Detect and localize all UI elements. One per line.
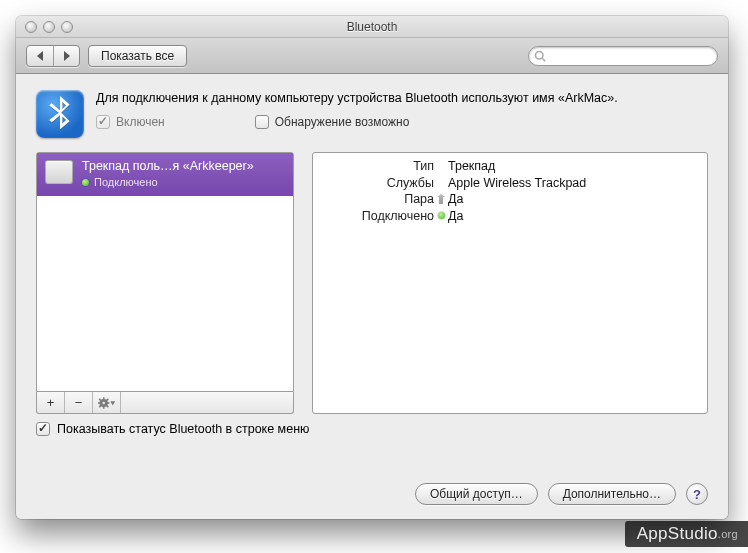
nav-segment	[26, 45, 80, 67]
add-device-button[interactable]: +	[37, 392, 65, 413]
svg-rect-5	[102, 406, 104, 408]
search-input[interactable]	[546, 50, 717, 62]
search-icon	[534, 50, 546, 62]
checkbox-icon	[36, 422, 50, 436]
watermark-tld: .org	[718, 528, 738, 540]
trackpad-icon	[45, 160, 73, 184]
watermark-brand: AppStudio	[637, 524, 718, 543]
enabled-label: Включен	[116, 115, 165, 129]
gear-icon	[98, 397, 116, 409]
bluetooth-icon	[36, 90, 84, 138]
help-button[interactable]: ?	[686, 483, 708, 505]
forward-button[interactable]	[53, 46, 79, 66]
detail-services-value: Apple Wireless Trackpad	[448, 176, 697, 190]
chevron-right-icon	[62, 51, 71, 61]
show-status-label: Показывать статус Bluetooth в строке мен…	[57, 422, 309, 436]
content-area: Для подключения к данному компьютеру уст…	[16, 74, 728, 519]
detail-connected-label: Подключено	[319, 209, 434, 223]
svg-rect-4	[102, 397, 104, 399]
svg-rect-7	[107, 402, 109, 404]
sharing-button[interactable]: Общий доступ…	[415, 483, 538, 505]
checkbox-icon	[96, 115, 110, 129]
device-list[interactable]: Трекпад поль…я «Arkkeeper» Подключено	[36, 152, 294, 392]
device-list-actions: + −	[36, 392, 294, 414]
device-list-column: Трекпад поль…я «Arkkeeper» Подключено + …	[36, 152, 294, 414]
checkbox-icon	[255, 115, 269, 129]
titlebar: Bluetooth	[16, 16, 728, 38]
detail-connected-value: Да	[448, 209, 697, 223]
device-status-text: Подключено	[94, 176, 158, 190]
back-button[interactable]	[27, 46, 53, 66]
bluetooth-enabled-checkbox[interactable]: Включен	[96, 115, 165, 129]
main-row: Трекпад поль…я «Arkkeeper» Подключено + …	[36, 152, 708, 414]
search-field[interactable]	[528, 46, 718, 66]
bluetooth-header: Для подключения к данному компьютеру уст…	[36, 88, 708, 138]
status-connected-icon	[438, 212, 445, 219]
svg-point-0	[536, 51, 544, 59]
detail-paired-value: Да	[448, 192, 697, 206]
svg-line-1	[542, 58, 545, 61]
toolbar: Показать все	[16, 38, 728, 74]
svg-rect-6	[98, 402, 100, 404]
device-status: Подключено	[82, 176, 254, 190]
detail-services-label: Службы	[319, 176, 434, 190]
chevron-left-icon	[36, 51, 45, 61]
watermark: AppStudio.org	[625, 521, 748, 547]
bluetooth-description: Для подключения к данному компьютеру уст…	[96, 88, 708, 107]
remove-device-button[interactable]: −	[65, 392, 93, 413]
advanced-button[interactable]: Дополнительно…	[548, 483, 676, 505]
show-all-button[interactable]: Показать все	[88, 45, 187, 67]
device-name: Трекпад поль…я «Arkkeeper»	[82, 159, 254, 175]
show-status-menubar-checkbox[interactable]: Показывать статус Bluetooth в строке мен…	[36, 422, 708, 436]
detail-type-value: Трекпад	[448, 159, 697, 173]
detail-paired-label: Пара	[319, 192, 434, 206]
detail-type-label: Тип	[319, 159, 434, 173]
device-details: Тип Трекпад Службы Apple Wireless Trackp…	[312, 152, 708, 414]
signal-icon	[437, 194, 445, 204]
device-actions-menu[interactable]	[93, 392, 121, 413]
status-connected-icon	[82, 179, 89, 186]
svg-point-3	[102, 401, 105, 404]
preferences-window: Bluetooth Показать все Для подключения к…	[16, 16, 728, 519]
footer-buttons: Общий доступ… Дополнительно… ?	[415, 483, 708, 505]
window-title: Bluetooth	[16, 20, 728, 34]
bluetooth-discoverable-checkbox[interactable]: Обнаружение возможно	[255, 115, 410, 129]
discoverable-label: Обнаружение возможно	[275, 115, 410, 129]
device-list-item[interactable]: Трекпад поль…я «Arkkeeper» Подключено	[37, 153, 293, 196]
